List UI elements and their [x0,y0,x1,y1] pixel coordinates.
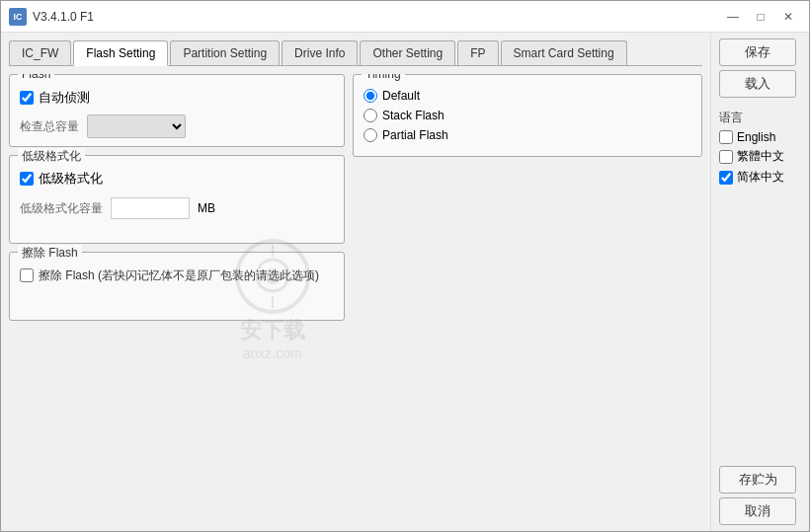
tab-flash-setting[interactable]: Flash Setting [73,40,168,66]
auto-detect-label: 自动侦测 [39,89,90,107]
cancel-button[interactable]: 取消 [719,497,796,525]
timing-partial-radio[interactable] [364,128,377,142]
lowformat-label: 低级格式化 [39,170,103,188]
erase-flash-label: 擦除 Flash (若快闪记忆体不是原厂包装的请选此选项) [39,266,319,284]
lang-simplified-row: 简体中文 [719,169,801,186]
lang-traditional-label: 繁體中文 [737,148,784,165]
mb-unit-label: MB [198,201,215,215]
sidebar: 保存 载入 语言 English 繁體中文 简体中文 存贮为 取消 [710,33,809,531]
erase-group-title: 擦除 Flash [18,245,82,262]
lowformat-capacity-input[interactable] [111,197,190,219]
maximize-button[interactable]: □ [748,7,773,27]
panels-row: Flash 自动侦测 检查总容量 [9,74,702,523]
timing-default-label: Default [382,89,420,103]
check-total-label: 检查总容量 [20,118,79,135]
lowformat-group-title: 低级格式化 [18,148,85,165]
timing-default-row: Default [364,89,691,103]
lowformat-capacity-label: 低级格式化容量 [20,200,103,217]
tab-drive-info[interactable]: Drive Info [282,40,358,65]
check-total-select[interactable] [87,114,186,138]
erase-flash-checkbox[interactable] [20,268,34,282]
left-column: Flash 自动侦测 检查总容量 [9,74,345,523]
timing-stack-label: Stack Flash [382,109,445,122]
tab-bar: IC_FW Flash Setting Partition Setting Dr… [9,40,702,66]
window-title: V3.4.1.0 F1 [33,10,720,24]
tab-fp[interactable]: FP [457,40,498,65]
load-button[interactable]: 载入 [719,70,796,98]
timing-stack-radio[interactable] [364,109,377,122]
lang-title: 语言 [719,110,801,126]
auto-detect-checkbox[interactable] [20,91,34,105]
tab-ic-fw[interactable]: IC_FW [9,40,71,65]
save-button[interactable]: 保存 [719,38,796,66]
timing-partial-row: Partial Flash [364,128,691,142]
close-button[interactable]: ✕ [775,7,801,27]
erase-group: 擦除 Flash 擦除 Flash (若快闪记忆体不是原厂包装的请选此选项) [9,252,345,321]
lang-english-row: English [719,130,801,144]
lowformat-group: 低级格式化 低级格式化 低级格式化容量 MB [9,155,345,244]
language-section: 语言 English 繁體中文 简体中文 [719,110,801,190]
timing-partial-label: Partial Flash [382,128,448,142]
minimize-button[interactable]: — [720,7,746,27]
spacer [719,197,801,462]
lang-traditional-checkbox[interactable] [719,150,733,164]
tab-smart-card-setting[interactable]: Smart Card Setting [501,40,627,65]
lang-simplified-label: 简体中文 [737,169,784,186]
erase-checkbox-row: 擦除 Flash (若快闪记忆体不是原厂包装的请选此选项) [20,266,334,284]
window-controls: — □ ✕ [720,7,801,27]
flash-group-title: Flash [18,74,54,81]
lowformat-checkbox-row: 低级格式化 [20,170,334,188]
saveas-button[interactable]: 存贮为 [719,466,796,494]
tab-other-setting[interactable]: Other Setting [360,40,455,65]
timing-group-title: Timing [362,74,405,81]
main-panel: IC_FW Flash Setting Partition Setting Dr… [1,33,710,531]
flash-group: Flash 自动侦测 检查总容量 [9,74,345,147]
panels-container: 安下载 anxz.com Flash 自动侦测 [9,74,702,523]
right-column: Timing Default Stack Flash [353,74,702,523]
timing-group: Timing Default Stack Flash [353,74,702,157]
lang-traditional-row: 繁體中文 [719,148,801,165]
lang-simplified-checkbox[interactable] [719,171,733,185]
auto-detect-row: 自动侦测 [20,89,334,107]
lowformat-capacity-row: 低级格式化容量 MB [20,197,334,219]
content-area: IC_FW Flash Setting Partition Setting Dr… [1,33,809,531]
timing-stack-row: Stack Flash [364,109,691,122]
title-bar: IC V3.4.1.0 F1 — □ ✕ [1,1,809,33]
timing-default-radio[interactable] [364,89,377,103]
main-window: IC V3.4.1.0 F1 — □ ✕ IC_FW Flash Setting… [0,0,810,532]
check-total-row: 检查总容量 [20,114,334,138]
lowformat-checkbox[interactable] [20,172,34,186]
tab-partition-setting[interactable]: Partition Setting [170,40,280,65]
lang-english-checkbox[interactable] [719,130,733,144]
lang-english-label: English [737,130,775,144]
app-icon: IC [9,8,27,26]
